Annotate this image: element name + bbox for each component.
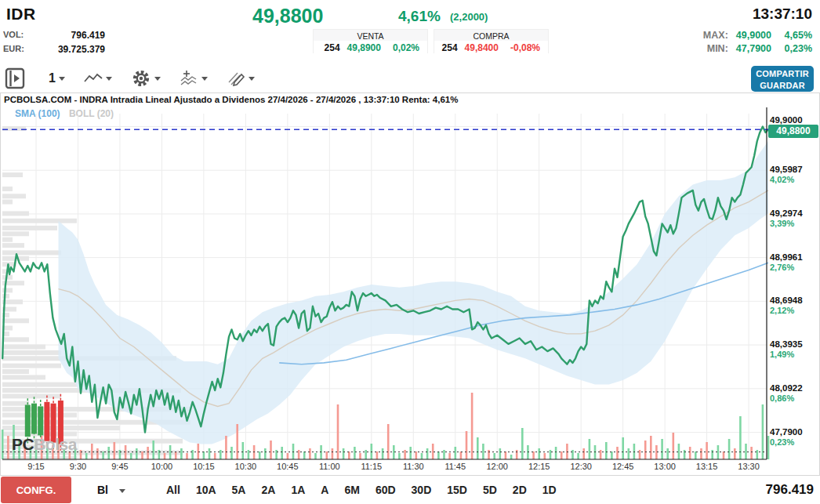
volume-profile-bar [2,194,26,198]
interval-selector[interactable]: 1 [30,67,79,90]
mode-selector[interactable]: Bl [97,484,108,496]
range-button-1a[interactable]: 1A [283,479,313,501]
volume-profile-bar [2,172,23,177]
x-axis-time-label: 12:45 [606,462,640,471]
volume-bar [633,444,636,459]
max-row: MAX: 49,9000 4,65% [703,30,812,41]
range-button-5a[interactable]: 5A [224,479,254,501]
range-button-2d[interactable]: 2D [505,479,535,501]
draw-pencil-icon [227,70,245,87]
x-axis-time-label: 13:00 [648,462,682,471]
draw-tools-button[interactable] [222,67,269,90]
footer-total-volume: 796.419 [766,482,814,498]
volume-bar [2,430,4,459]
volume-bar [371,444,373,459]
volume-bar [745,444,747,459]
volume-profile-bar [2,187,13,191]
bid-price: 49,8400 [465,42,499,53]
panel-toggle-button[interactable] [0,67,30,90]
volume-bar [757,450,759,459]
volume-profile-bar [2,250,61,255]
share-save-button[interactable]: COMPARTIR GUARDAR [751,66,814,92]
volume-bar [175,451,177,459]
range-button-5d[interactable]: 5D [475,479,505,501]
volume-profile-bar [2,126,26,131]
volume-bar [198,444,200,459]
volume-bar [214,453,216,459]
volume-candle-body [31,404,37,434]
volume-bar [287,453,289,459]
volume-bar [230,447,233,459]
volume-bar [689,447,691,459]
min-label: MIN: [707,43,728,54]
volume-bar [521,428,524,459]
eur-value: 39.725.379 [30,44,105,55]
max-label: MAX: [703,30,728,41]
settings-gear-icon [131,68,151,89]
range-button-60d[interactable]: 60D [368,479,404,501]
volume-bar [141,451,143,459]
volume-bar [460,451,463,459]
y-axis-price-label: 47,7900 [770,427,803,437]
bid-label: COMPRA [434,30,548,41]
x-axis-time-label: 9:45 [103,462,137,471]
volume-bar [616,447,619,459]
volume-bar [275,450,278,459]
volume-bar [622,437,624,459]
volume-bar [259,451,261,459]
x-axis-time-label: 9:15 [19,462,53,471]
volume-bar [281,447,283,459]
volume-bar [544,453,546,459]
bid-box: COMPRA 254 49,8400 -0,08% [434,29,549,53]
volume-bar [477,437,479,459]
chevron-down-icon [249,77,255,81]
volume-bar [432,444,434,459]
volume-bar [471,393,473,459]
volume-bar [203,451,205,459]
config-button[interactable]: CONFG. [1,477,71,503]
volume-bar [348,451,350,459]
volume-bar [415,451,418,459]
range-button-a[interactable]: A [313,479,336,501]
volume-bar [242,442,245,459]
volume-bar [236,424,238,459]
range-button-30d[interactable]: 30D [404,479,440,501]
range-button-15d[interactable]: 15D [439,479,475,501]
volume-bar [443,450,445,459]
volume-bar [91,444,93,459]
ask-size: 254 [325,42,340,53]
min-pct: 0,23% [779,43,812,54]
range-button-10a[interactable]: 10A [188,479,224,501]
volume-bar [409,447,412,459]
x-axis-time-label: 11:15 [354,462,389,471]
volume-profile-bar [2,375,45,379]
vol-label: VOL: [3,30,30,41]
bid-size: 254 [442,42,458,53]
add-indicator-button[interactable] [175,67,222,90]
volume-bar [684,450,686,459]
y-axis-percent-label: 1,49% [770,350,794,359]
volume-profile-bar [2,364,61,368]
line-style-button[interactable] [79,67,126,90]
range-button-1d[interactable]: 1D [535,479,564,501]
price-chart-plot[interactable] [1,93,820,477]
bid-pct: -0,08% [510,42,540,53]
x-axis-time-label: 10:00 [144,462,179,471]
volume-bar [332,448,334,459]
x-axis-time-label: 10:30 [228,462,263,471]
change-percent: 4,61% [398,8,441,25]
range-button-2a[interactable]: 2A [253,479,283,501]
volume-bar [359,453,361,459]
x-axis-time-label: 12:30 [564,462,598,471]
volume-bar [382,448,384,459]
volume-bar [309,448,311,459]
volume-profile-bar [2,243,24,248]
range-button-all[interactable]: All [158,479,188,501]
volume-bar [96,448,99,459]
range-button-6m[interactable]: 6M [336,479,367,501]
volume-bar [365,450,367,459]
volume-bar [589,439,591,459]
settings-button[interactable] [126,67,175,90]
volume-bar [532,451,535,459]
line-style-icon [84,72,103,85]
